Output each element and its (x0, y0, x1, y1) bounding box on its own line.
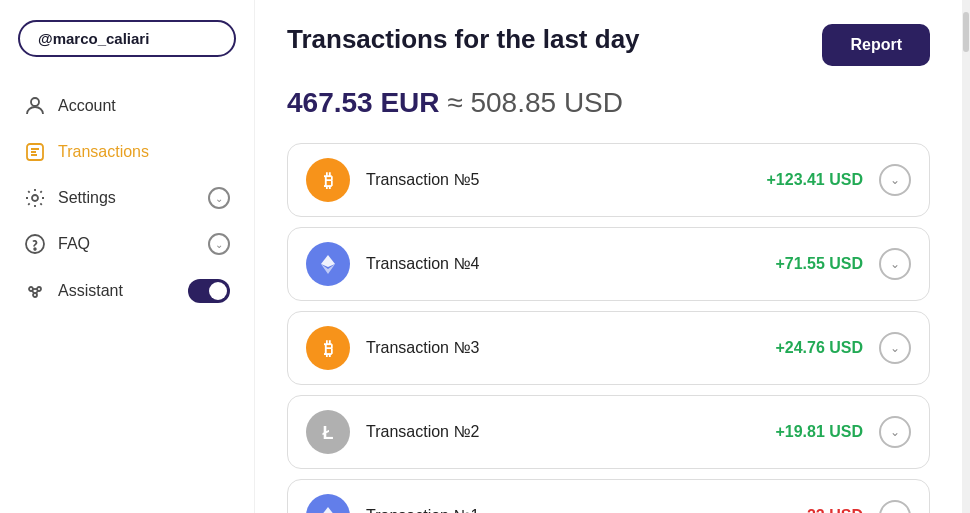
transaction-3-amount: +24.76 USD (733, 339, 863, 357)
sidebar-item-transactions[interactable]: Transactions (0, 131, 254, 173)
main-header: Transactions for the last day Report (287, 24, 930, 71)
total-amount: 467.53 EUR ≈ 508.85 USD (287, 87, 930, 119)
sidebar-item-account[interactable]: Account (0, 85, 254, 127)
svg-point-2 (32, 195, 38, 201)
transaction-5-expand-icon[interactable]: ⌄ (879, 164, 911, 196)
litecoin-icon-2: Ł (306, 410, 350, 454)
transaction-4-label: Transaction №4 (366, 255, 717, 273)
user-badge[interactable]: @marco_caliari (18, 20, 236, 57)
transaction-1-amount: -22 USD (733, 507, 863, 513)
transaction-3-label: Transaction №3 (366, 339, 717, 357)
svg-line-9 (32, 291, 34, 294)
transaction-5-label: Transaction №5 (366, 171, 717, 189)
total-usd-approx: ≈ 508.85 USD (447, 87, 623, 118)
bitcoin-icon-5: ₿ (306, 158, 350, 202)
transactions-icon (24, 141, 46, 163)
svg-text:₿: ₿ (324, 339, 333, 359)
ethereum-icon-4 (306, 242, 350, 286)
sidebar-item-faq-label: FAQ (58, 235, 90, 253)
scrollbar-thumb[interactable] (963, 12, 969, 52)
transaction-row-5[interactable]: ₿ Transaction №5 +123.41 USD ⌄ (287, 143, 930, 217)
transaction-2-amount: +19.81 USD (733, 423, 863, 441)
transaction-row-2[interactable]: Ł Transaction №2 +19.81 USD ⌄ (287, 395, 930, 469)
transaction-row-4[interactable]: Transaction №4 +71.55 USD ⌄ (287, 227, 930, 301)
person-icon (24, 95, 46, 117)
sidebar-item-settings-label: Settings (58, 189, 116, 207)
scrollbar-track (962, 0, 970, 513)
transaction-1-expand-icon[interactable]: ⌄ (879, 500, 911, 513)
svg-marker-16 (321, 507, 335, 513)
transaction-2-label: Transaction №2 (366, 423, 717, 441)
svg-text:₿: ₿ (324, 171, 333, 191)
transaction-4-expand-icon[interactable]: ⌄ (879, 248, 911, 280)
sidebar-item-transactions-label: Transactions (58, 143, 149, 161)
transaction-3-expand-icon[interactable]: ⌄ (879, 332, 911, 364)
sidebar-item-assistant[interactable]: Assistant (0, 269, 254, 313)
total-eur: 467.53 EUR (287, 87, 440, 118)
sidebar: @marco_caliari Account Transactions (0, 0, 255, 513)
page-title: Transactions for the last day (287, 24, 640, 55)
username-label: @marco_caliari (38, 30, 149, 47)
sidebar-item-account-label: Account (58, 97, 116, 115)
transactions-list: ₿ Transaction №5 +123.41 USD ⌄ Transacti… (287, 143, 930, 513)
sidebar-item-assistant-label: Assistant (58, 282, 123, 300)
svg-point-0 (31, 98, 39, 106)
assistant-icon (24, 280, 46, 302)
svg-marker-12 (321, 255, 335, 267)
transaction-5-amount: +123.41 USD (733, 171, 863, 189)
settings-chevron-icon: ⌄ (208, 187, 230, 209)
transaction-row-1[interactable]: Transaction №1 -22 USD ⌄ (287, 479, 930, 513)
transaction-row-3[interactable]: ₿ Transaction №3 +24.76 USD ⌄ (287, 311, 930, 385)
ethereum-icon-1 (306, 494, 350, 513)
transaction-4-amount: +71.55 USD (733, 255, 863, 273)
transaction-1-label: Transaction №1 (366, 507, 717, 513)
svg-line-10 (36, 291, 38, 294)
sidebar-item-settings[interactable]: Settings ⌄ (0, 177, 254, 219)
assistant-toggle[interactable] (188, 279, 230, 303)
transaction-2-expand-icon[interactable]: ⌄ (879, 416, 911, 448)
faq-icon (24, 233, 46, 255)
bitcoin-icon-3: ₿ (306, 326, 350, 370)
svg-text:Ł: Ł (323, 423, 334, 443)
faq-chevron-icon: ⌄ (208, 233, 230, 255)
settings-icon (24, 187, 46, 209)
svg-point-4 (34, 248, 36, 250)
sidebar-item-faq[interactable]: FAQ ⌄ (0, 223, 254, 265)
main-content: Transactions for the last day Report 467… (255, 0, 962, 513)
report-button[interactable]: Report (822, 24, 930, 66)
